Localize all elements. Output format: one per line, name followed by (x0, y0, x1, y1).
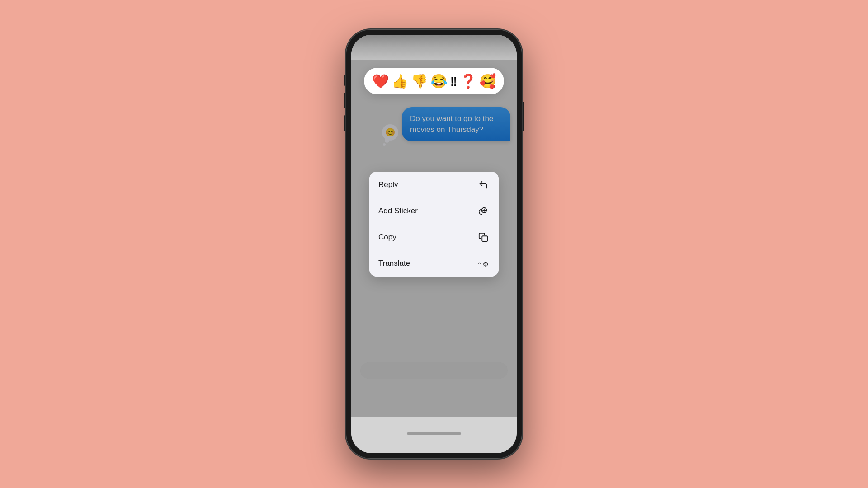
context-menu: Reply Add Sticker (369, 172, 499, 277)
home-indicator (407, 432, 461, 435)
add-sticker-icon (477, 205, 490, 217)
reply-icon (477, 178, 490, 191)
menu-item-translate[interactable]: Translate A 文 (369, 250, 499, 277)
reaction-exclamation[interactable]: ‼️ (450, 74, 457, 89)
reaction-heart[interactable]: ❤️ (372, 73, 389, 89)
reaction-heart-eyes[interactable]: 🥰 (479, 73, 496, 89)
reaction-thumbsdown[interactable]: 👎 (411, 73, 428, 89)
add-sticker-label: Add Sticker (378, 206, 418, 216)
svg-rect-3 (482, 236, 487, 241)
translate-icon: A 文 (477, 257, 490, 270)
copy-icon (477, 231, 490, 244)
reaction-question[interactable]: ❓ (460, 73, 476, 89)
reaction-bar: ❤️ 👍 👎 😂 ‼️ ❓ 🥰 (364, 68, 504, 94)
translate-label: Translate (378, 259, 410, 268)
menu-item-add-sticker[interactable]: Add Sticker (369, 198, 499, 224)
reaction-haha[interactable]: 😂 (430, 73, 447, 89)
reaction-thumbsup[interactable]: 👍 (392, 73, 408, 89)
phone-frame: ❤️ 👍 👎 😂 ‼️ ❓ 🥰 😊 Do you want (346, 29, 522, 459)
status-bar (351, 35, 517, 60)
svg-text:A: A (478, 261, 481, 265)
phone-wrapper: ❤️ 👍 👎 😂 ‼️ ❓ 🥰 😊 Do you want (346, 29, 522, 459)
copy-label: Copy (378, 233, 396, 242)
menu-item-copy[interactable]: Copy (369, 224, 499, 250)
reply-label: Reply (378, 180, 398, 189)
menu-item-reply[interactable]: Reply (369, 172, 499, 198)
phone-screen: ❤️ 👍 👎 😂 ‼️ ❓ 🥰 😊 Do you want (351, 35, 517, 453)
screen-content: ❤️ 👍 👎 😂 ‼️ ❓ 🥰 😊 Do you want (351, 60, 517, 417)
power-button[interactable] (522, 102, 524, 131)
screen-bottom (351, 417, 517, 453)
